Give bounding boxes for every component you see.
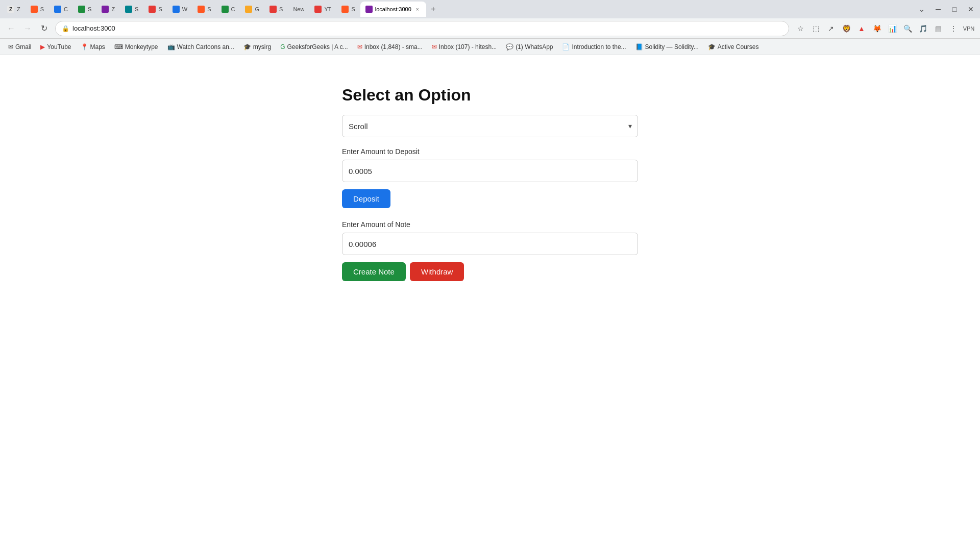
settings-button[interactable]: ⋮ bbox=[946, 21, 961, 36]
bookmark-whatsapp[interactable]: 💬 (1) WhatsApp bbox=[502, 41, 557, 53]
tab-11[interactable]: G bbox=[240, 2, 264, 17]
cast-button[interactable]: ⬚ bbox=[808, 21, 823, 36]
brave-shield-button[interactable]: 🦁 bbox=[839, 21, 853, 36]
bookmark-cartoons[interactable]: 📺 Watch Cartoons an... bbox=[163, 41, 238, 53]
bookmark-youtube[interactable]: ▶ YouTube bbox=[36, 41, 75, 53]
tab-11-favicon bbox=[245, 6, 252, 13]
bookmark-inbox2-label: Inbox (107) - hitesh... bbox=[439, 43, 497, 51]
tab-6[interactable]: S bbox=[120, 2, 143, 17]
option-select[interactable]: Scroll Option 1 Option 2 bbox=[342, 115, 638, 137]
bookmark-maps[interactable]: 📍 Maps bbox=[77, 41, 109, 53]
refresh-button[interactable]: ↻ bbox=[37, 21, 51, 36]
note-button-row: Create Note Withdraw bbox=[342, 262, 638, 281]
note-label: Enter Amount of Note bbox=[342, 220, 638, 229]
extension-3[interactable]: 🔍 bbox=[900, 21, 915, 36]
deposit-input[interactable] bbox=[342, 160, 638, 182]
tab-new[interactable]: New bbox=[288, 2, 309, 17]
tab-1-favicon: Z bbox=[7, 6, 14, 13]
tab-1-label: Z bbox=[17, 6, 20, 12]
bookmark-active-courses-label: Active Courses bbox=[718, 43, 759, 51]
tab-2[interactable]: S bbox=[26, 2, 49, 17]
tab-bar-controls: ⌄ ─ □ ✕ bbox=[915, 2, 978, 16]
tab-5[interactable]: Z bbox=[96, 2, 120, 17]
bookmark-intro[interactable]: 📄 Introduction to the... bbox=[558, 41, 630, 53]
brave-news-button[interactable]: ▲ bbox=[854, 21, 869, 36]
new-tab-button[interactable]: + bbox=[426, 2, 440, 16]
bookmark-whatsapp-label: (1) WhatsApp bbox=[516, 43, 553, 51]
tab-12-label: S bbox=[279, 6, 283, 12]
bookmark-inbox1-label: Inbox (1,848) - sma... bbox=[364, 43, 423, 51]
tab-7-label: S bbox=[158, 6, 162, 12]
tab-yt-favicon bbox=[314, 6, 322, 13]
bookmarks-bar: ✉ Gmail ▶ YouTube 📍 Maps ⌨ Monkeytype 📺 … bbox=[0, 39, 980, 55]
share-button[interactable]: ↗ bbox=[824, 21, 838, 36]
tab-14-label: S bbox=[351, 6, 355, 12]
address-input[interactable] bbox=[72, 24, 782, 32]
tab-active-favicon bbox=[365, 6, 373, 13]
bookmark-gmail[interactable]: ✉ Gmail bbox=[4, 41, 35, 53]
bookmark-youtube-label: YouTube bbox=[47, 43, 71, 51]
tab-4[interactable]: S bbox=[73, 2, 96, 17]
create-note-button[interactable]: Create Note bbox=[342, 262, 406, 281]
tab-10[interactable]: C bbox=[216, 2, 240, 17]
bookmark-mysirg-label: mysirg bbox=[253, 43, 271, 51]
note-section: Enter Amount of Note Create Note Withdra… bbox=[342, 220, 638, 281]
tab-3-label: C bbox=[64, 6, 68, 12]
bookmark-gfg-label: GeeksforGeeks | A c... bbox=[287, 43, 348, 51]
extension-4[interactable]: 🎵 bbox=[916, 21, 930, 36]
bookmark-mysirg[interactable]: 🎓 mysirg bbox=[239, 41, 275, 53]
tab-9-label: S bbox=[207, 6, 211, 12]
tab-5-label: Z bbox=[111, 6, 115, 12]
bookmark-monkeytype[interactable]: ⌨ Monkeytype bbox=[110, 41, 162, 53]
bookmark-gfg[interactable]: G GeeksforGeeks | A c... bbox=[276, 41, 352, 53]
bookmark-inbox2[interactable]: ✉ Inbox (107) - hitesh... bbox=[428, 41, 501, 53]
tab-new-label: New bbox=[293, 6, 304, 12]
close-button[interactable]: ✕ bbox=[964, 2, 978, 16]
tab-2-favicon bbox=[31, 6, 38, 13]
vpn-button[interactable]: VPN bbox=[962, 21, 976, 36]
tab-close-icon[interactable]: × bbox=[414, 6, 421, 13]
main-container: Select an Option Scroll Option 1 Option … bbox=[342, 86, 638, 551]
tab-8-favicon bbox=[173, 6, 180, 13]
tab-1[interactable]: Z Z bbox=[2, 2, 26, 17]
tab-14-favicon bbox=[341, 6, 349, 13]
withdraw-button[interactable]: Withdraw bbox=[410, 262, 464, 281]
extension-2[interactable]: 📊 bbox=[885, 21, 899, 36]
tab-9[interactable]: S bbox=[192, 2, 216, 17]
toolbar: ← → ↻ 🔒 ☆ ⬚ ↗ 🦁 ▲ 🦊 📊 🔍 🎵 ▤ ⋮ VPN bbox=[0, 18, 980, 39]
bookmark-maps-label: Maps bbox=[90, 43, 105, 51]
note-input[interactable] bbox=[342, 233, 638, 255]
forward-button[interactable]: → bbox=[20, 21, 35, 36]
bookmark-solidity[interactable]: 📘 Solidity — Solidity... bbox=[631, 41, 703, 53]
tab-14[interactable]: S bbox=[336, 2, 360, 17]
bookmark-intro-label: Introduction to the... bbox=[572, 43, 626, 51]
minimize-button[interactable]: ─ bbox=[931, 2, 945, 16]
tab-2-label: S bbox=[40, 6, 44, 12]
tab-12-favicon bbox=[270, 6, 277, 13]
tab-4-favicon bbox=[78, 6, 85, 13]
bookmark-cartoons-label: Watch Cartoons an... bbox=[177, 43, 234, 51]
tab-3[interactable]: C bbox=[49, 2, 73, 17]
tab-yt[interactable]: YT bbox=[309, 2, 336, 17]
tab-active[interactable]: localhost:3000 × bbox=[360, 2, 426, 17]
bookmark-gmail-label: Gmail bbox=[15, 43, 31, 51]
lock-icon: 🔒 bbox=[62, 25, 69, 32]
back-button[interactable]: ← bbox=[4, 21, 18, 36]
tab-6-label: S bbox=[135, 6, 138, 12]
maximize-button[interactable]: □ bbox=[947, 2, 962, 16]
tab-list-button[interactable]: ⌄ bbox=[915, 2, 929, 16]
tab-3-favicon bbox=[54, 6, 61, 13]
address-bar-container[interactable]: 🔒 bbox=[55, 21, 789, 36]
deposit-button[interactable]: Deposit bbox=[342, 189, 390, 208]
bookmark-inbox1[interactable]: ✉ Inbox (1,848) - sma... bbox=[353, 41, 427, 53]
sidebar-button[interactable]: ▤ bbox=[931, 21, 945, 36]
tab-7[interactable]: S bbox=[143, 2, 167, 17]
tab-10-label: C bbox=[231, 6, 235, 12]
bookmark-solidity-label: Solidity — Solidity... bbox=[645, 43, 699, 51]
tab-8[interactable]: W bbox=[167, 2, 192, 17]
bookmark-active-courses[interactable]: 🎓 Active Courses bbox=[704, 41, 763, 53]
tab-7-favicon bbox=[149, 6, 156, 13]
extension-1[interactable]: 🦊 bbox=[870, 21, 884, 36]
bookmark-button[interactable]: ☆ bbox=[793, 21, 807, 36]
tab-12[interactable]: S bbox=[264, 2, 288, 17]
